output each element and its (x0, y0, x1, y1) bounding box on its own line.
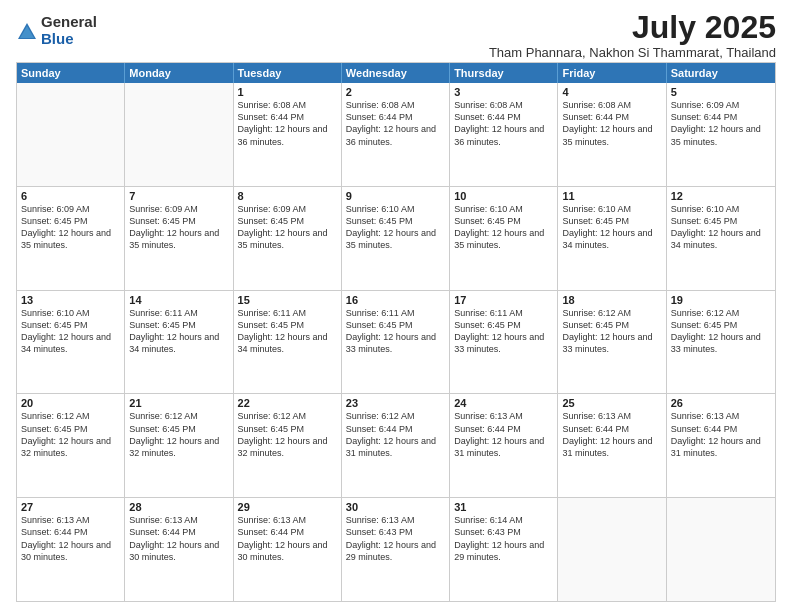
day-info: Sunrise: 6:10 AMSunset: 6:45 PMDaylight:… (671, 203, 771, 252)
calendar-body: 1Sunrise: 6:08 AMSunset: 6:44 PMDaylight… (17, 83, 775, 602)
calendar: SundayMondayTuesdayWednesdayThursdayFrid… (16, 62, 776, 602)
day-info: Sunrise: 6:13 AMSunset: 6:44 PMDaylight:… (562, 410, 661, 459)
header-day-friday: Friday (558, 63, 666, 83)
day-info: Sunrise: 6:10 AMSunset: 6:45 PMDaylight:… (454, 203, 553, 252)
cal-cell-1-6: 12Sunrise: 6:10 AMSunset: 6:45 PMDayligh… (667, 187, 775, 290)
day-info: Sunrise: 6:10 AMSunset: 6:45 PMDaylight:… (21, 307, 120, 356)
calendar-header: SundayMondayTuesdayWednesdayThursdayFrid… (17, 63, 775, 83)
day-number: 24 (454, 397, 553, 409)
cal-cell-1-0: 6Sunrise: 6:09 AMSunset: 6:45 PMDaylight… (17, 187, 125, 290)
day-number: 27 (21, 501, 120, 513)
header-day-sunday: Sunday (17, 63, 125, 83)
cal-cell-3-0: 20Sunrise: 6:12 AMSunset: 6:45 PMDayligh… (17, 394, 125, 497)
calendar-row-1: 6Sunrise: 6:09 AMSunset: 6:45 PMDaylight… (17, 187, 775, 291)
day-number: 6 (21, 190, 120, 202)
day-info: Sunrise: 6:09 AMSunset: 6:44 PMDaylight:… (671, 99, 771, 148)
day-number: 29 (238, 501, 337, 513)
day-number: 28 (129, 501, 228, 513)
day-info: Sunrise: 6:12 AMSunset: 6:45 PMDaylight:… (238, 410, 337, 459)
day-number: 14 (129, 294, 228, 306)
title-section: July 2025 Tham Phannara, Nakhon Si Thamm… (489, 10, 776, 60)
day-number: 12 (671, 190, 771, 202)
day-number: 15 (238, 294, 337, 306)
cal-cell-3-4: 24Sunrise: 6:13 AMSunset: 6:44 PMDayligh… (450, 394, 558, 497)
cal-cell-4-3: 30Sunrise: 6:13 AMSunset: 6:43 PMDayligh… (342, 498, 450, 601)
header-day-thursday: Thursday (450, 63, 558, 83)
day-number: 1 (238, 86, 337, 98)
cal-cell-0-0 (17, 83, 125, 186)
day-info: Sunrise: 6:13 AMSunset: 6:44 PMDaylight:… (671, 410, 771, 459)
day-number: 8 (238, 190, 337, 202)
day-number: 30 (346, 501, 445, 513)
day-number: 17 (454, 294, 553, 306)
day-number: 21 (129, 397, 228, 409)
day-number: 7 (129, 190, 228, 202)
calendar-row-0: 1Sunrise: 6:08 AMSunset: 6:44 PMDaylight… (17, 83, 775, 187)
month-title: July 2025 (489, 10, 776, 45)
day-info: Sunrise: 6:09 AMSunset: 6:45 PMDaylight:… (21, 203, 120, 252)
day-info: Sunrise: 6:09 AMSunset: 6:45 PMDaylight:… (238, 203, 337, 252)
day-number: 5 (671, 86, 771, 98)
day-info: Sunrise: 6:13 AMSunset: 6:43 PMDaylight:… (346, 514, 445, 563)
day-info: Sunrise: 6:11 AMSunset: 6:45 PMDaylight:… (129, 307, 228, 356)
day-number: 20 (21, 397, 120, 409)
day-info: Sunrise: 6:12 AMSunset: 6:44 PMDaylight:… (346, 410, 445, 459)
calendar-row-3: 20Sunrise: 6:12 AMSunset: 6:45 PMDayligh… (17, 394, 775, 498)
day-number: 9 (346, 190, 445, 202)
day-number: 26 (671, 397, 771, 409)
day-number: 16 (346, 294, 445, 306)
day-info: Sunrise: 6:11 AMSunset: 6:45 PMDaylight:… (238, 307, 337, 356)
cal-cell-0-3: 2Sunrise: 6:08 AMSunset: 6:44 PMDaylight… (342, 83, 450, 186)
day-number: 3 (454, 86, 553, 98)
cal-cell-4-5 (558, 498, 666, 601)
cal-cell-4-1: 28Sunrise: 6:13 AMSunset: 6:44 PMDayligh… (125, 498, 233, 601)
day-info: Sunrise: 6:12 AMSunset: 6:45 PMDaylight:… (21, 410, 120, 459)
cal-cell-4-2: 29Sunrise: 6:13 AMSunset: 6:44 PMDayligh… (234, 498, 342, 601)
day-number: 13 (21, 294, 120, 306)
cal-cell-2-5: 18Sunrise: 6:12 AMSunset: 6:45 PMDayligh… (558, 291, 666, 394)
cal-cell-2-1: 14Sunrise: 6:11 AMSunset: 6:45 PMDayligh… (125, 291, 233, 394)
cal-cell-1-1: 7Sunrise: 6:09 AMSunset: 6:45 PMDaylight… (125, 187, 233, 290)
cal-cell-1-4: 10Sunrise: 6:10 AMSunset: 6:45 PMDayligh… (450, 187, 558, 290)
cal-cell-1-2: 8Sunrise: 6:09 AMSunset: 6:45 PMDaylight… (234, 187, 342, 290)
day-number: 10 (454, 190, 553, 202)
cal-cell-2-6: 19Sunrise: 6:12 AMSunset: 6:45 PMDayligh… (667, 291, 775, 394)
logo-general: General (41, 14, 97, 31)
logo-text: General Blue (41, 14, 97, 47)
cal-cell-0-2: 1Sunrise: 6:08 AMSunset: 6:44 PMDaylight… (234, 83, 342, 186)
day-number: 2 (346, 86, 445, 98)
calendar-row-4: 27Sunrise: 6:13 AMSunset: 6:44 PMDayligh… (17, 498, 775, 602)
day-info: Sunrise: 6:13 AMSunset: 6:44 PMDaylight:… (454, 410, 553, 459)
cal-cell-0-5: 4Sunrise: 6:08 AMSunset: 6:44 PMDaylight… (558, 83, 666, 186)
cal-cell-2-4: 17Sunrise: 6:11 AMSunset: 6:45 PMDayligh… (450, 291, 558, 394)
page: General Blue July 2025 Tham Phannara, Na… (0, 0, 792, 612)
day-info: Sunrise: 6:13 AMSunset: 6:44 PMDaylight:… (129, 514, 228, 563)
logo: General Blue (16, 14, 97, 47)
day-number: 4 (562, 86, 661, 98)
day-info: Sunrise: 6:08 AMSunset: 6:44 PMDaylight:… (454, 99, 553, 148)
header-day-saturday: Saturday (667, 63, 775, 83)
cal-cell-4-0: 27Sunrise: 6:13 AMSunset: 6:44 PMDayligh… (17, 498, 125, 601)
day-info: Sunrise: 6:13 AMSunset: 6:44 PMDaylight:… (238, 514, 337, 563)
day-info: Sunrise: 6:08 AMSunset: 6:44 PMDaylight:… (346, 99, 445, 148)
header: General Blue July 2025 Tham Phannara, Na… (16, 10, 776, 60)
day-number: 19 (671, 294, 771, 306)
day-info: Sunrise: 6:12 AMSunset: 6:45 PMDaylight:… (129, 410, 228, 459)
day-info: Sunrise: 6:11 AMSunset: 6:45 PMDaylight:… (454, 307, 553, 356)
cal-cell-0-4: 3Sunrise: 6:08 AMSunset: 6:44 PMDaylight… (450, 83, 558, 186)
day-info: Sunrise: 6:10 AMSunset: 6:45 PMDaylight:… (562, 203, 661, 252)
cal-cell-0-1 (125, 83, 233, 186)
cal-cell-3-2: 22Sunrise: 6:12 AMSunset: 6:45 PMDayligh… (234, 394, 342, 497)
day-number: 18 (562, 294, 661, 306)
day-number: 22 (238, 397, 337, 409)
day-number: 23 (346, 397, 445, 409)
cal-cell-3-5: 25Sunrise: 6:13 AMSunset: 6:44 PMDayligh… (558, 394, 666, 497)
cal-cell-4-6 (667, 498, 775, 601)
day-number: 25 (562, 397, 661, 409)
day-info: Sunrise: 6:12 AMSunset: 6:45 PMDaylight:… (671, 307, 771, 356)
cal-cell-3-1: 21Sunrise: 6:12 AMSunset: 6:45 PMDayligh… (125, 394, 233, 497)
header-day-tuesday: Tuesday (234, 63, 342, 83)
day-info: Sunrise: 6:08 AMSunset: 6:44 PMDaylight:… (562, 99, 661, 148)
cal-cell-1-3: 9Sunrise: 6:10 AMSunset: 6:45 PMDaylight… (342, 187, 450, 290)
cal-cell-2-0: 13Sunrise: 6:10 AMSunset: 6:45 PMDayligh… (17, 291, 125, 394)
